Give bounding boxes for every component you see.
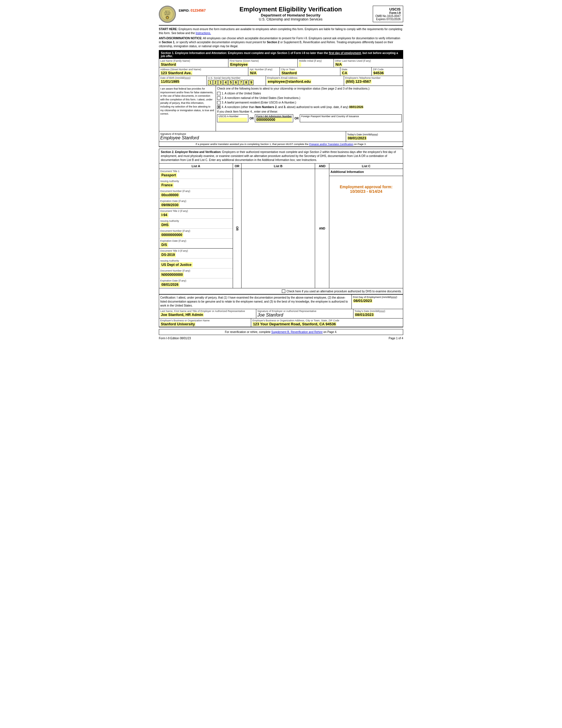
option4-text: 4. A noncitizen (other than Item Numbers…: [222, 106, 363, 109]
address-label: Address (Street Number and Name): [160, 68, 247, 71]
alt-proc-row: Check here if you used an alternative pr…: [282, 289, 402, 293]
ssn-digit-6: 6: [234, 80, 238, 85]
ssn-digit-7: 7: [239, 80, 243, 85]
ssn-digit-9: 9: [249, 80, 254, 85]
option1-text: 1. A citizen of the United States: [222, 92, 261, 95]
doc1-exp-label: Expiration Date (if any): [160, 200, 232, 202]
list-c-header: List C: [329, 164, 403, 169]
option2-checkbox[interactable]: [217, 96, 221, 100]
option4-checkbox[interactable]: ✕: [217, 106, 221, 109]
page-info: Page 1 of 4: [389, 337, 403, 340]
form-subtitle2: U.S. Citizenship and Immigration Service…: [209, 17, 373, 21]
svg-text:HOMELAND: HOMELAND: [164, 13, 171, 14]
phone-value: (650) 123-4567: [345, 79, 372, 84]
org-address-label: Employer's Business or Organization Addr…: [252, 319, 402, 322]
foreign-passport-box: Foreign Passport Number and Country of I…: [300, 114, 402, 122]
city-value: Stanford: [281, 71, 297, 75]
doc1-num-value: 00xx00000: [160, 193, 180, 198]
doc2-title-label: Document Title 2 (if any): [160, 210, 232, 212]
uscis-title: USCIS: [375, 7, 401, 11]
middle-initial-label: Middle Initial (if any): [299, 59, 332, 62]
doc1-issuing-value: France: [160, 183, 174, 188]
doc1-title-value: Passport: [160, 173, 177, 178]
org-name-value: Stanford University: [160, 322, 196, 326]
other-names-value: N/A: [335, 62, 342, 67]
form-edition: Form I-9 Edition 08/01/23: [159, 337, 191, 340]
or-text1: OR: [250, 117, 254, 120]
notice1-text: START HERE: Employers must ensure the fo…: [159, 27, 403, 35]
city-label: City or Town: [281, 68, 339, 71]
svg-text:SECURITY: SECURITY: [165, 14, 170, 15]
list-b-header: List B: [242, 164, 315, 169]
employer-sig-label: Signature of Employer or Authorized Repr…: [258, 310, 352, 313]
issuing-authority-label-3: Issuing Authority: [160, 259, 232, 262]
option3-checkbox[interactable]: [217, 101, 221, 104]
i94-box: Form I-94 Admission Number 0000000000: [255, 114, 293, 122]
first-day-value: 08/01/2023: [353, 299, 372, 303]
doc3-title-value: DS-2019: [160, 252, 176, 257]
sig-label: Signature of Employee: [160, 133, 345, 135]
doc1-title-label: Document Title 1: [160, 170, 232, 173]
or-text2: OR: [294, 117, 298, 120]
employer-date-label: Today's Date (mm/dd/yyyy): [354, 310, 402, 313]
emp-approval-text: Employment approval form: 10/30/23 - 6/1…: [332, 185, 400, 194]
email-label: Employee's Email Address: [267, 76, 342, 79]
employee-signature: Employee Stanford: [160, 135, 345, 140]
org-name-label: Employer's Business or Organization Name: [160, 319, 250, 322]
option4-date: 08/01/2026: [349, 106, 363, 109]
ssn-digit-8: 8: [244, 80, 248, 85]
ssn-digit-4: 4: [223, 80, 228, 85]
doc3-num-value: N0000000000: [160, 272, 184, 277]
form-subtitle1: Department of Homeland Security: [209, 13, 373, 17]
notice2-text: ANTI-DISCRIMINATION NOTICE: All employee…: [159, 36, 403, 48]
last-name-label: Last Name (Family Name): [160, 59, 227, 62]
apt-label: Apt. Number (if any): [250, 68, 279, 71]
list-b-column: [242, 169, 315, 288]
doc3-title-label: Document Title 3 (if any): [160, 249, 232, 252]
doc1-exp-value: 09/09/2030: [160, 202, 180, 208]
state-value: CA: [341, 71, 348, 75]
option1-row: 1. A citizen of the United States: [217, 92, 402, 95]
and-divider: AND: [315, 169, 329, 288]
doc2-title-value: I-94: [160, 212, 169, 218]
option1-checkbox[interactable]: [217, 92, 221, 95]
agency-logo: DEPT OF HOMELAND SECURITY ⭐: [159, 6, 176, 23]
date-label: Today's Date (mm/dd/yyyy): [347, 133, 402, 136]
ssn-digit-2: 2: [213, 80, 218, 85]
state-label: State: [341, 68, 370, 71]
ssn-label: U.S. Social Security Number: [208, 76, 265, 79]
doc1-num-label: Document Number (if any): [160, 190, 232, 193]
zip-value: 94536: [373, 71, 384, 75]
list-a-header: List A: [159, 164, 233, 169]
issuing-authority-label-2: Issuing Authority: [160, 220, 232, 222]
uscis-a-label: USCIS A-Number: [219, 115, 247, 118]
or-divider: OR: [233, 169, 242, 288]
foreign-passport-value: [301, 118, 400, 122]
dob-value: 11/01/1985: [160, 79, 180, 84]
alt-proc-checkbox[interactable]: [282, 289, 285, 293]
email-value: employee@stanford.edu: [267, 79, 311, 84]
section1-header: Section 1. Employee Information and Atte…: [159, 50, 403, 59]
foreign-passport-label: Foreign Passport Number and Country of I…: [301, 115, 400, 118]
list-c-column: Additional Information Employment approv…: [329, 169, 403, 288]
form-name: Form I-9: [375, 11, 401, 15]
other-names-label: Other Last Names Used (if any): [335, 59, 402, 62]
and-header: AND: [315, 164, 329, 169]
employer-signature: Joe Stanford: [258, 313, 352, 318]
date-value: 08/01/2023: [347, 136, 367, 140]
ssn-digit-1: 1: [208, 80, 213, 85]
option3-text: 3. A lawful permanent resident (Enter US…: [222, 101, 296, 104]
i94-label: Form I-94 Admission Number: [256, 115, 292, 118]
option4-row: ✕ 4. A noncitizen (other than Item Numbe…: [217, 106, 402, 109]
or-header: OR: [233, 164, 242, 169]
add-info-title: Additional Information: [330, 170, 402, 173]
attestation-text: I am aware that federal law provides for…: [159, 86, 216, 131]
first-name-value: Employee: [230, 62, 248, 67]
ssn-boxes: 1 2 3 4 5 6 7 8 9: [208, 80, 265, 85]
first-name-label: First Name (Given Name): [230, 59, 296, 62]
option2-text: 2. A noncitizen national of the United S…: [222, 96, 300, 100]
employer-name-value: Joe Stanford, HR Admin: [160, 313, 204, 317]
doc2-exp-value: D/S: [160, 242, 168, 247]
doc2-issuing-value: DHS: [160, 222, 170, 227]
first-day-label: First Day of Employment (mm/dd/yyyy):: [353, 296, 402, 299]
